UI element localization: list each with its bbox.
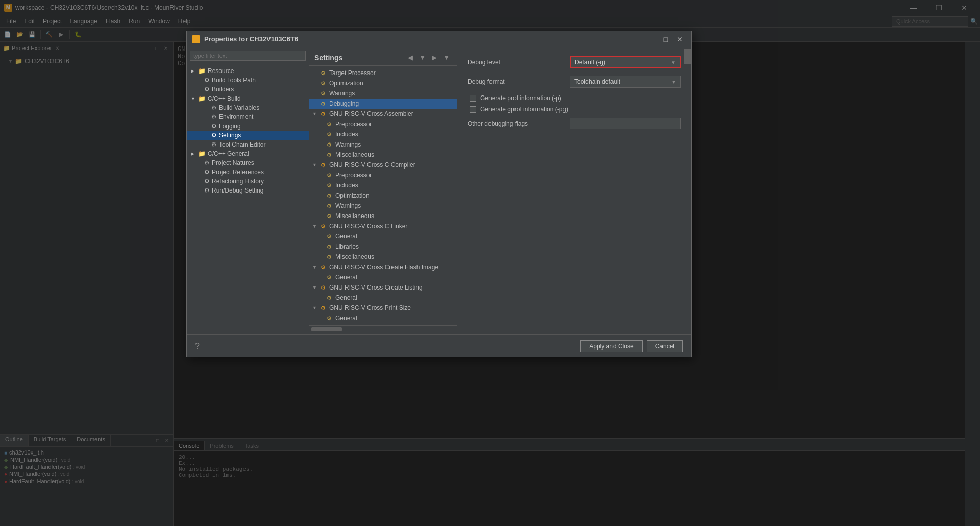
debug-format-arrow: ▼ <box>671 79 676 85</box>
ct-icon-dbg: ⚙ <box>319 100 327 108</box>
filter-input[interactable] <box>190 51 306 61</box>
modal-close-btn[interactable]: ✕ <box>674 34 686 44</box>
ct-asm-preprocessor[interactable]: ⚙ Preprocessor <box>309 119 457 129</box>
nav-label-log: Logging <box>219 123 241 130</box>
nav-icon-btp: ⚙ <box>204 77 210 84</box>
ct-gnu-c-compiler[interactable]: ▼ ⚙ GNU RISC-V Cross C Compiler <box>309 160 457 170</box>
ct-lk-misc[interactable]: ⚙ Miscellaneous <box>309 252 457 262</box>
ct-asm-warnings[interactable]: ⚙ Warnings <box>309 139 457 150</box>
ct-icon-lk: ⚙ <box>319 222 327 230</box>
ct-icon-ls: ⚙ <box>319 283 327 292</box>
ct-debugging[interactable]: ⚙ Debugging <box>309 99 457 109</box>
ct-cc-misc[interactable]: ⚙ Miscellaneous <box>309 211 457 221</box>
debug-level-dropdown[interactable]: Default (-g) ▼ <box>570 56 681 68</box>
ct-label-lm: Miscellaneous <box>335 253 374 260</box>
ct-target-processor[interactable]: ⚙ Target Processor <box>309 68 457 78</box>
nav-label-builders: Builders <box>212 86 234 93</box>
nav-icon-pr: ⚙ <box>204 169 210 176</box>
ct-label-ci: Includes <box>335 182 358 189</box>
ct-label-ga: GNU RISC-V Cross Assembler <box>329 110 413 117</box>
gen-gprof-checkbox[interactable] <box>470 106 476 113</box>
modal-title-icon <box>192 35 200 43</box>
other-flags-row: Other debugging flags <box>468 117 681 130</box>
gen-gprof-label: Generate gprof information (-pg) <box>480 106 568 113</box>
ct-arrow-ps: ▼ <box>312 305 317 310</box>
ct-label-ps: GNU RISC-V Cross Print Size <box>329 304 411 312</box>
debug-level-arrow: ▼ <box>671 60 676 65</box>
nav-label-pn: Project Natures <box>212 159 254 166</box>
ct-cc-preprocessor[interactable]: ⚙ Preprocessor <box>309 170 457 180</box>
ct-label-ll: Libraries <box>335 243 359 250</box>
debug-format-dropdown[interactable]: Toolchain default ▼ <box>570 76 681 88</box>
content-tree: Settings ◀ ▼ ▶ ▼ ⚙ Target Processor <box>309 47 457 334</box>
nav-environment[interactable]: ⚙ Environment <box>187 112 309 122</box>
settings-form: Debug level Default (-g) ▼ Debug format <box>457 47 691 334</box>
nav-icon-builders: ⚙ <box>204 86 210 93</box>
nav-icon-settings: ⚙ <box>211 132 217 139</box>
ct-gnu-assembler[interactable]: ▼ ⚙ GNU RISC-V Cross Assembler <box>309 109 457 119</box>
ct-fi-general[interactable]: ⚙ General <box>309 272 457 282</box>
nav-refactoring[interactable]: ⚙ Refactoring History <box>187 177 309 186</box>
nav-run-debug[interactable]: ⚙ Run/Debug Setting <box>187 186 309 195</box>
ct-cc-optimization[interactable]: ⚙ Optimization <box>309 190 457 201</box>
gen-prof-checkbox[interactable] <box>470 95 476 102</box>
nav-builders[interactable]: ⚙ Builders <box>187 85 309 94</box>
nav-toolchain-editor[interactable]: ⚙ Tool Chain Editor <box>187 140 309 149</box>
ct-gnu-print-size[interactable]: ▼ ⚙ GNU RISC-V Cross Print Size <box>309 303 457 313</box>
cancel-button[interactable]: Cancel <box>647 340 683 352</box>
ct-icon-tp: ⚙ <box>319 69 327 77</box>
ct-asm-misc[interactable]: ⚙ Miscellaneous <box>309 150 457 160</box>
nav-project-references[interactable]: ⚙ Project References <box>187 168 309 177</box>
ct-label-cm: Miscellaneous <box>335 212 374 220</box>
nav-build-tools-path[interactable]: ⚙ Build Tools Path <box>187 76 309 85</box>
nav-icon-bv: ⚙ <box>211 104 217 111</box>
hscroll-thumb[interactable] <box>311 327 342 331</box>
nav-forward-btn[interactable]: ▶ <box>430 53 439 62</box>
nav-label-rd: Run/Debug Setting <box>212 187 263 194</box>
debug-format-label: Debug format <box>468 78 570 85</box>
right-scrollbar[interactable] <box>683 47 691 334</box>
nav-resource[interactable]: ▶ 📁 Resource <box>187 66 309 76</box>
settings-nav-buttons: ◀ ▼ ▶ ▼ <box>406 53 452 62</box>
nav-down-btn[interactable]: ▼ <box>417 53 428 62</box>
ct-asm-includes[interactable]: ⚙ Includes <box>309 129 457 139</box>
modal-nav: ▶ 📁 Resource ⚙ Build Tools Path ⚙ Builde… <box>187 47 309 334</box>
nav-build-variables[interactable]: ⚙ Build Variables <box>187 103 309 112</box>
ct-label-lsg: General <box>335 294 357 301</box>
ct-cc-includes[interactable]: ⚙ Includes <box>309 180 457 190</box>
ct-label-opt: Optimization <box>329 80 363 87</box>
nav-cpp-build[interactable]: ▼ 📁 C/C++ Build <box>187 94 309 103</box>
nav-project-natures[interactable]: ⚙ Project Natures <box>187 158 309 168</box>
ct-warnings-top[interactable]: ⚙ Warnings <box>309 88 457 99</box>
ct-gnu-linker[interactable]: ▼ ⚙ GNU RISC-V Cross C Linker <box>309 221 457 231</box>
ct-icon-fig: ⚙ <box>325 273 333 281</box>
ct-label-ai: Includes <box>335 131 358 138</box>
nav-icon-log: ⚙ <box>211 123 217 130</box>
ct-gnu-listing[interactable]: ▼ ⚙ GNU RISC-V Cross Create Listing <box>309 282 457 293</box>
nav-icon-tce: ⚙ <box>211 141 217 148</box>
ct-ls-general[interactable]: ⚙ General <box>309 293 457 303</box>
vscroll-thumb[interactable] <box>684 49 691 64</box>
ct-ps-general[interactable]: ⚙ General <box>309 313 457 323</box>
ct-optimization[interactable]: ⚙ Optimization <box>309 78 457 88</box>
nav-back-btn[interactable]: ◀ <box>406 53 415 62</box>
ct-arrow-ls: ▼ <box>312 285 317 290</box>
content-tree-scroll: ⚙ Target Processor ⚙ Optimization ⚙ Warn… <box>309 66 457 325</box>
ct-lk-general[interactable]: ⚙ General <box>309 231 457 242</box>
nav-cpp-general[interactable]: ▶ 📁 C/C++ General <box>187 149 309 158</box>
nav-logging[interactable]: ⚙ Logging <box>187 122 309 131</box>
content-tree-hscroll[interactable] <box>309 325 457 332</box>
apply-close-button[interactable]: Apply and Close <box>580 340 642 352</box>
ct-cc-warnings[interactable]: ⚙ Warnings <box>309 201 457 211</box>
ct-lk-libraries[interactable]: ⚙ Libraries <box>309 242 457 252</box>
modal-maximize-btn[interactable]: □ <box>660 34 671 44</box>
nav-settings[interactable]: ⚙ Settings <box>187 131 309 140</box>
help-icon[interactable]: ? <box>195 342 200 351</box>
nav-down2-btn[interactable]: ▼ <box>441 53 452 62</box>
ct-gnu-flash[interactable]: ▼ ⚙ GNU RISC-V Cross Create Flash Image <box>309 262 457 272</box>
debug-level-value: Default (-g) <box>575 59 605 66</box>
nav-icon-ref: ⚙ <box>204 178 210 185</box>
nav-label-pr: Project References <box>212 169 264 176</box>
gen-gprof-row: Generate gprof information (-pg) <box>468 106 681 113</box>
other-flags-input[interactable] <box>570 118 681 129</box>
